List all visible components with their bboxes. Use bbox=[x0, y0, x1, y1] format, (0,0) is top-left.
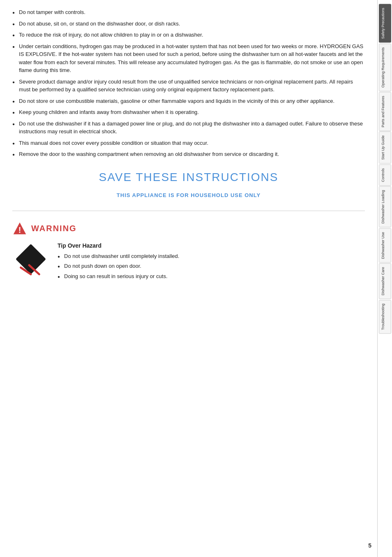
sidebar-tab-dishwasher-use[interactable]: Dishwasher Use bbox=[379, 228, 391, 263]
tip-over-diamond-icon bbox=[12, 242, 49, 279]
sidebar-tab-operating-requirements[interactable]: Operating Requirements bbox=[379, 44, 391, 91]
bullet-item: Do not use the dishwasher if it has a da… bbox=[12, 120, 365, 136]
warning-content: Tip Over Hazard Do not use dishwasher un… bbox=[12, 242, 365, 283]
tip-over-bullets: Do not use dishwasher until completely i… bbox=[58, 252, 365, 281]
sidebar-tab-dishwasher-care[interactable]: Dishwasher Care bbox=[379, 263, 391, 299]
household-use-text: THIS APPLIANCE IS FOR HOUSEHOLD USE ONLY bbox=[12, 192, 365, 198]
tip-over-hazard-title: Tip Over Hazard bbox=[58, 242, 365, 249]
sidebar-tab-controls[interactable]: Controls bbox=[379, 165, 391, 186]
bullet-item: Do not abuse, sit on, or stand on the di… bbox=[12, 20, 365, 28]
bullet-item: Under certain conditions, hydrogen gas m… bbox=[12, 42, 365, 74]
sidebar: Safety PrecautionsOperating Requirements… bbox=[377, 0, 392, 557]
tip-over-bullet-item: Doing so can result in serious injury or… bbox=[58, 272, 365, 281]
page-number: 5 bbox=[368, 542, 371, 549]
warning-label: WARNING bbox=[31, 224, 77, 233]
tip-over-bullet-item: Do not use dishwasher until completely i… bbox=[58, 252, 365, 260]
tip-over-bullet-item: Do not push down on open door. bbox=[58, 262, 365, 270]
sidebar-tab-troubleshooting[interactable]: Troubleshooting bbox=[379, 300, 391, 334]
bullet-item: To reduce the risk of injury, do not all… bbox=[12, 31, 365, 39]
warning-triangle-icon: ! bbox=[12, 221, 27, 236]
bullet-item: Keep young children and infants away fro… bbox=[12, 108, 365, 116]
sidebar-tab-start-up-guide[interactable]: Start Up Guide bbox=[379, 132, 391, 164]
bullet-item: This manual does not cover every possibl… bbox=[12, 139, 365, 147]
section-divider bbox=[12, 211, 365, 211]
safety-bullet-list: Do not tamper with controls.Do not abuse… bbox=[12, 8, 365, 158]
sidebar-tab-safety-precautions[interactable]: Safety Precautions bbox=[379, 4, 391, 43]
save-instructions-heading: SAVE THESE INSTRUCTIONS bbox=[12, 171, 365, 184]
warning-header: ! WARNING bbox=[12, 221, 365, 236]
sidebar-tab-parts-and-features[interactable]: Parts and Features bbox=[379, 92, 391, 131]
warning-text-block: Tip Over Hazard Do not use dishwasher un… bbox=[58, 242, 365, 283]
svg-text:!: ! bbox=[18, 225, 21, 234]
bullet-item: Remove the door to the washing compartme… bbox=[12, 150, 365, 158]
bullet-item: Severe product damage and/or injury coul… bbox=[12, 78, 365, 94]
bullet-item: Do not tamper with controls. bbox=[12, 8, 365, 16]
sidebar-tab-dishwasher-loading[interactable]: Dishwasher Loading bbox=[379, 186, 391, 227]
bullet-item: Do not store or use combustible material… bbox=[12, 97, 365, 105]
svg-rect-2 bbox=[16, 244, 46, 274]
